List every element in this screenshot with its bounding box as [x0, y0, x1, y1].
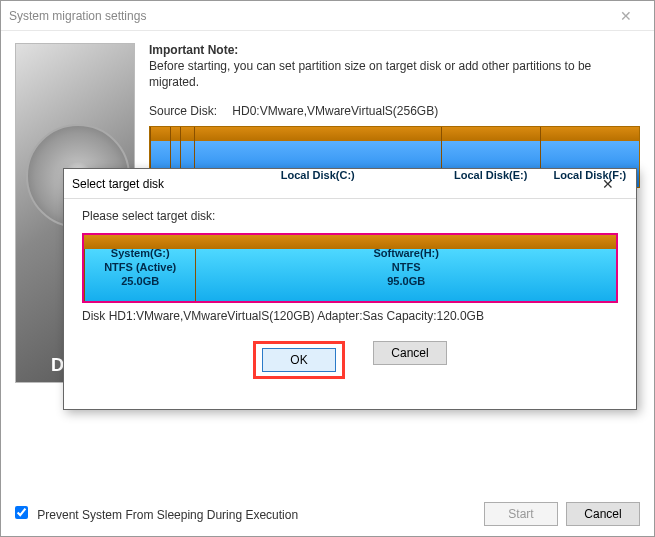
start-button: Start: [484, 502, 558, 526]
partition-c-label: Local Disk(C:): [281, 169, 355, 187]
target-bar-topstrip: [84, 235, 616, 249]
dialog-prompt: Please select target disk:: [82, 209, 618, 223]
main-window: System migration settings ✕ Important No…: [0, 0, 655, 537]
main-titlebar: System migration settings ✕: [1, 1, 654, 31]
main-footer: Prevent System From Sleeping During Exec…: [15, 502, 640, 526]
tp-g-size: 25.0GB: [121, 275, 159, 289]
source-label: Source Disk:: [149, 104, 229, 118]
target-disk-row[interactable]: System(G:) NTFS (Active) 25.0GB Software…: [82, 233, 618, 303]
source-row: Source Disk: HD0:VMware,VMwareVirtualS(2…: [149, 104, 640, 118]
source-value: HD0:VMware,VMwareVirtualS(256GB): [232, 104, 438, 118]
close-icon[interactable]: ✕: [606, 8, 646, 24]
dialog-body: Please select target disk: System(G:) NT…: [64, 199, 636, 389]
dialog-cancel-button[interactable]: Cancel: [373, 341, 447, 365]
prevent-sleep-checkbox[interactable]: Prevent System From Sleeping During Exec…: [15, 506, 298, 522]
main-cancel-button[interactable]: Cancel: [566, 502, 640, 526]
partition-e-label: Local Disk(E:): [454, 169, 527, 187]
main-title: System migration settings: [9, 9, 606, 23]
tp-g-fs: NTFS (Active): [104, 261, 176, 275]
dialog-buttons: OK Cancel: [82, 341, 618, 379]
tp-h-fs: NTFS: [392, 261, 421, 275]
partition-f[interactable]: Local Disk(F:): [540, 127, 639, 187]
prevent-sleep-label: Prevent System From Sleeping During Exec…: [37, 508, 298, 522]
partition-e[interactable]: Local Disk(E:): [441, 127, 540, 187]
ok-button[interactable]: OK: [262, 348, 336, 372]
target-disk-bar: System(G:) NTFS (Active) 25.0GB Software…: [84, 235, 616, 301]
prevent-sleep-input[interactable]: [15, 506, 28, 519]
tp-h-size: 95.0GB: [387, 275, 425, 289]
note-title: Important Note:: [149, 43, 640, 57]
partition-f-label: Local Disk(F:): [554, 169, 627, 187]
target-disk-info: Disk HD1:VMware,VMwareVirtualS(120GB) Ad…: [82, 309, 618, 323]
select-target-dialog: Select target disk ✕ Please select targe…: [63, 168, 637, 410]
tp-h-name: Software(H:): [374, 247, 439, 261]
ok-highlight-box: OK: [253, 341, 345, 379]
note-text: Before starting, you can set partition s…: [149, 59, 640, 90]
tp-g-name: System(G:): [111, 247, 170, 261]
